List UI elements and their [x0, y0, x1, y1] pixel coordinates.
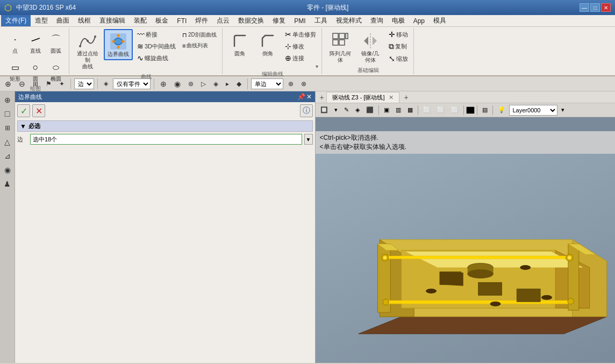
side-icon-4[interactable]: △ [1, 135, 14, 148]
vp-tb-icon3[interactable]: ✎ [341, 105, 352, 115]
close-btn[interactable]: ✕ [601, 3, 611, 12]
edge-mode-select[interactable]: 单边 [251, 78, 283, 89]
vp-tb-icon11[interactable]: ⬜ [448, 105, 461, 115]
vp-tb-icon8[interactable]: ▦ [405, 105, 416, 115]
vp-tb-icon14[interactable]: 💡 [495, 105, 508, 115]
side-icon-5[interactable]: ⊿ [1, 149, 14, 162]
sub-tb-icon7[interactable]: ▸ [223, 78, 232, 89]
menu-mold[interactable]: 模具 [429, 15, 450, 26]
sub-tb-minus-btn[interactable]: ⊖ [16, 78, 28, 90]
menu-pointcloud[interactable]: 点云 [212, 15, 234, 26]
sub-tb-icon5[interactable]: ▷ [198, 78, 209, 89]
ribbon-btn-line[interactable]: — 直线 [26, 29, 45, 56]
parts-filter-select[interactable]: 仅有零件 [113, 78, 151, 89]
ribbon-btn-trim[interactable]: ✂ 单击修剪 [283, 29, 318, 40]
vp-tb-dropdown[interactable]: ▾ [559, 105, 567, 115]
ribbon-group-edit-curves: 圆角 倒角 ✂ 单击修 [224, 28, 322, 74]
edge-field-value[interactable]: 选中18个 [30, 134, 302, 145]
menu-fti[interactable]: FTI [173, 16, 191, 26]
svg-marker-30 [384, 301, 571, 304]
ribbon-btn-fillet[interactable]: 圆角 [227, 29, 253, 59]
sub-tb-icon3[interactable]: ◉ [171, 78, 183, 90]
vp-tb-icon2[interactable]: ▾ [332, 105, 340, 115]
sub-tb-icon1[interactable]: ◈ [101, 78, 111, 89]
menu-surface[interactable]: 曲面 [52, 15, 74, 26]
vp-tb-icon12[interactable] [466, 106, 475, 114]
menu-direct-edit[interactable]: 直接编辑 [95, 15, 130, 26]
menu-file[interactable]: 文件(F) [1, 15, 31, 26]
panel-section-header[interactable]: ▼ 必选 [17, 120, 313, 132]
menu-query[interactable]: 查询 [366, 15, 388, 26]
ribbon-btn-scale[interactable]: ⤡ 缩放 [387, 53, 410, 64]
menu-assembly[interactable]: 装配 [130, 15, 151, 26]
menu-wireframe[interactable]: 线框 [74, 15, 95, 26]
side-icon-2[interactable]: □ [1, 108, 14, 120]
edit-curves-expand[interactable]: ▾ [316, 63, 318, 69]
side-icon-7[interactable]: ♟ [1, 177, 14, 190]
edge-field-arrow[interactable]: ▼ [304, 134, 313, 145]
vp-tb-icon9[interactable]: ⬜ [420, 105, 433, 115]
menu-tools[interactable]: 工具 [310, 15, 332, 26]
sub-tb-flag-btn[interactable]: ⚑ [43, 78, 54, 89]
vp-tb-icon10[interactable]: ⬜ [434, 105, 447, 115]
ribbon-btn-modify[interactable]: ⊹ 修改 [283, 41, 318, 52]
vp-tb-icon1[interactable]: 🔲 [318, 105, 331, 115]
ribbon-btn-3d-mid[interactable]: ≋ 3D中间曲线 [135, 41, 178, 52]
sub-tb-icon8[interactable]: ◆ [234, 78, 244, 89]
sub-tb-icon9[interactable]: ⊕ [285, 78, 296, 89]
sub-tb-icon4[interactable]: ⊛ [185, 78, 196, 89]
panel-confirm-btn[interactable]: ✓ [17, 104, 30, 117]
side-icon-1[interactable]: ⊕ [1, 94, 14, 106]
sub-tb-star-btn[interactable]: ✦ [56, 78, 67, 89]
panel-close-icon[interactable]: ✕ [306, 93, 312, 101]
sub-tb-icon10[interactable]: ⊗ [298, 78, 309, 89]
panel-info-btn[interactable]: ⓘ [300, 104, 313, 117]
side-icon-3[interactable]: ⊞ [1, 122, 14, 134]
ribbon-btn-spline-through[interactable]: 通过点绘制曲线 [74, 29, 102, 72]
menu-visual[interactable]: 视觉样式 [332, 15, 366, 26]
cross-icon: ✕ [35, 106, 42, 116]
menu-repair[interactable]: 修复 [268, 15, 290, 26]
layer-select[interactable]: Layer0000 [509, 105, 557, 116]
ribbon-btn-2d-conic[interactable]: ⊓ 2D剖面曲线 [180, 30, 219, 40]
ribbon-btn-bridge[interactable]: 〰 桥接 [135, 29, 178, 40]
ribbon-btn-array[interactable]: 阵列几何体 [326, 29, 354, 66]
sub-tb-icon2[interactable]: ⊕ [158, 78, 169, 90]
ribbon-btn-mirror[interactable]: 镜像/几何体 [356, 29, 384, 66]
vp-tb-icon4[interactable]: ◈ [353, 105, 362, 115]
sub-tb-grid-btn[interactable]: ⊞ [30, 78, 41, 89]
ribbon-btn-helix[interactable]: ∿ 螺旋曲线 [135, 53, 178, 63]
menu-dataexchange[interactable]: 数据交换 [234, 15, 268, 26]
menu-electrode[interactable]: 电极 [388, 15, 409, 26]
sub-tb-add-btn[interactable]: ⊕ [2, 78, 14, 90]
panel-cancel-btn[interactable]: ✕ [32, 104, 45, 117]
sub-tb-icon6[interactable]: ◈ [211, 78, 221, 89]
menu-app[interactable]: App [409, 16, 429, 26]
menu-weld[interactable]: 焊件 [191, 15, 212, 26]
menu-pmi[interactable]: PMI [290, 16, 310, 26]
vp-tb-icon7[interactable]: ▥ [393, 105, 404, 115]
minimize-btn[interactable]: — [580, 3, 589, 12]
tab-plus-icon[interactable]: + [318, 93, 326, 102]
filter-select[interactable]: 边 [74, 78, 94, 89]
viewport-tab-main[interactable]: 驱动线 Z3 - [驱动线] ✕ [326, 92, 400, 103]
ribbon-btn-chamfer[interactable]: 倒角 [255, 29, 281, 59]
side-icon-6[interactable]: ◉ [1, 163, 14, 176]
ribbon-btn-arc[interactable]: ⌒ 圆弧 [46, 29, 66, 56]
ribbon-btn-curve-list[interactable]: ≡ 曲线列表 [180, 41, 219, 51]
menu-sheetmetal[interactable]: 板金 [151, 15, 173, 26]
vp-tb-icon6[interactable]: ▣ [381, 105, 392, 115]
vp-tb-icon5[interactable]: ⬛ [363, 105, 376, 115]
ribbon-btn-point[interactable]: · 点 [5, 29, 25, 56]
menu-modeling[interactable]: 造型 [31, 15, 52, 26]
ribbon-btn-move[interactable]: ✛ 移动 [387, 29, 410, 40]
viewport-tab-add[interactable]: + [401, 92, 411, 103]
viewport-tab-close-icon[interactable]: ✕ [389, 94, 394, 101]
maximize-btn[interactable]: □ [590, 3, 600, 12]
ribbon-btn-copy[interactable]: ⧉ 复制 [387, 41, 410, 52]
ribbon-btn-connect[interactable]: ⊕ 连接 [283, 53, 318, 63]
ribbon-btn-boundary-curve[interactable]: 边界曲线 [104, 29, 133, 60]
panel-pin-icon[interactable]: 📌 [297, 93, 305, 101]
vp-tb-icon13[interactable]: ▤ [480, 105, 490, 115]
viewport-3d[interactable] [316, 154, 616, 363]
